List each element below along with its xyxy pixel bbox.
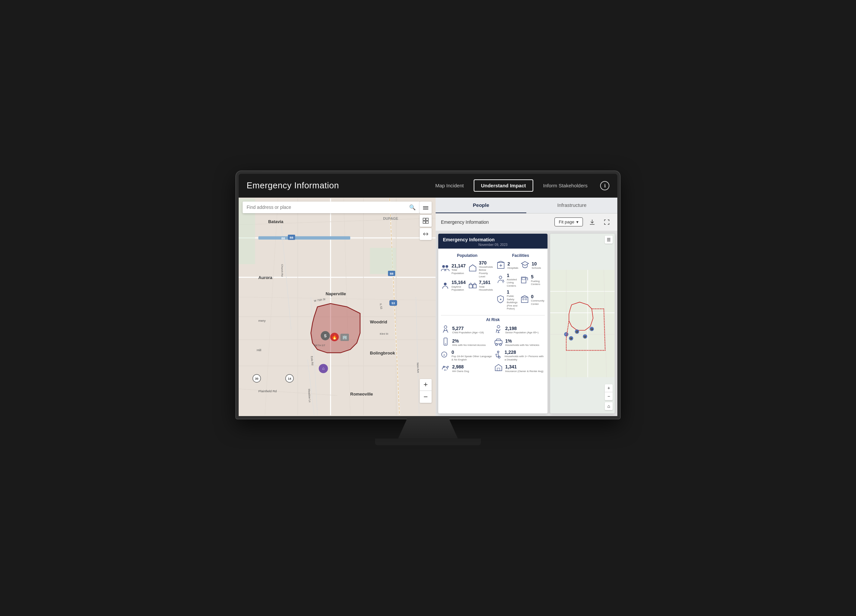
population-title: Population [441,253,494,258]
report-card-title: Emergency Information [443,237,543,242]
svg-text:🎓: 🎓 [576,330,579,333]
section-divider-1 [441,315,545,316]
svg-text:🎓: 🎓 [591,327,594,330]
svg-point-93 [497,325,500,328]
arrows-button[interactable] [420,228,432,240]
mini-zoom-in[interactable]: + [605,384,613,392]
no-vehicles-info: 1% Households with No Vehicles [505,339,539,347]
svg-text:🎓: 🎓 [584,335,587,338]
phone-icon [441,337,450,348]
tab-infrastructure[interactable]: Infrastructure [526,198,617,213]
hospital-icon [496,260,505,271]
app-title: Emergency Information [246,180,417,191]
mini-zoom-out[interactable]: − [605,392,613,400]
svg-point-78 [499,276,502,279]
svg-line-91 [444,329,445,331]
svg-text:Aurora: Aurora [258,275,273,280]
hh-dog-label: HH Owns Dog [452,370,469,373]
svg-text:DUPAGE: DUPAGE [383,217,398,220]
svg-text:30: 30 [255,377,259,380]
report-card-date: November 09, 2023 [443,243,543,246]
other-language-stat: A 0 Pop 18-64 Speak Other Language & No … [441,350,492,362]
svg-rect-3 [423,218,425,220]
senior-pop-value: 2,198 [505,326,539,331]
poverty-icon [468,264,477,274]
public-safety-stat: ★ 1 Public Safety Buildings (Fire and Po… [496,290,518,311]
map-controls [420,202,432,240]
no-internet-value: 2% [452,339,486,343]
fit-page-button[interactable]: Fit page ▾ [554,217,583,226]
mini-list-button[interactable] [605,236,613,243]
map-search-bar[interactable]: 🔍 [243,202,420,213]
nav-inform-stakeholders[interactable]: Inform Stakeholders [536,179,595,192]
svg-text:53: 53 [392,302,395,305]
daytime-icon [441,281,450,291]
fullscreen-button[interactable] [602,217,612,227]
svg-rect-5 [423,221,425,223]
svg-text:★: ★ [499,298,502,301]
households-info: 7,161 Total Households [479,280,494,292]
map-panel: 🔍 + − [239,198,436,416]
svg-text:🏢: 🏢 [342,335,347,340]
monitor-screen: Emergency Information Map Incident Under… [236,171,620,419]
other-language-info: 0 Pop 18-64 Speak Other Language & No En… [451,350,492,362]
svg-text:Romeoville: Romeoville [350,391,373,396]
assisted-living-icon [496,275,505,286]
insurance-icon [494,363,503,374]
svg-rect-99 [495,340,502,344]
monitor-wrapper: Emergency Information Map Incident Under… [236,171,620,445]
child-pop-info: 5,277 Child Population (Age <18) [452,326,484,334]
info-icon[interactable]: ℹ [600,181,610,190]
tab-people[interactable]: People [436,198,527,213]
svg-text:🔥: 🔥 [332,334,338,340]
fueling-centers-info: 5 Fueling Centers [531,274,545,286]
school-icon [520,260,530,271]
insurance-stat: 1,341 Insurance (Owner & Renter Avg) [494,363,545,374]
child-pop-label: Child Population (Age <18) [452,331,484,334]
zoom-out-button[interactable]: − [420,391,432,403]
search-input[interactable] [246,205,406,210]
tab-bar: People Infrastructure [436,198,617,214]
main-content: 🔍 + − [239,198,617,416]
assisted-living-value: 1 [507,273,518,278]
assisted-living-label: Assisted Living Centers [507,278,518,288]
daytime-pop-value: 15,164 [451,280,466,285]
insurance-info: 1,341 Insurance (Owner & Renter Avg) [505,365,543,373]
svg-text:88: 88 [390,271,394,275]
svg-text:Plainfield Rd: Plainfield Rd [258,389,277,393]
mini-home-button[interactable]: ⌂ [605,402,613,410]
svg-text:83rd St: 83rd St [380,332,388,335]
svg-text:🛡: 🛡 [565,333,568,336]
nav-map-incident[interactable]: Map Incident [428,179,471,192]
monitor-stand [398,419,458,439]
community-center-info: 0 Community Center [531,294,545,306]
svg-text:88: 88 [289,236,294,239]
map-zoom-controls: + − [420,379,432,403]
disability-stat: 1,228 Households with 1+ Persons with a … [494,350,545,362]
total-population-stat: 21,147 Total Population [441,260,466,279]
report-toolbar: Emergency Information Fit page ▾ [436,214,617,231]
car-icon [494,337,503,348]
poverty-label: Households Below Poverty Level [479,265,494,278]
report-card: Emergency Information November 09, 2023 … [438,234,548,413]
grid-button[interactable] [420,215,432,227]
svg-text:New Ave: New Ave [416,362,420,373]
daytime-pop-label: Daytime Population [451,285,466,292]
public-safety-info: 1 Public Safety Buildings (Fire and Poli… [507,290,518,311]
fueling-centers-label: Fueling Centers [531,280,545,286]
zoom-in-button[interactable]: + [420,379,432,391]
svg-text:Church Rd: Church Rd [281,264,284,277]
hospitals-value: 2 [507,262,518,266]
fuel-icon [520,275,529,286]
svg-rect-86 [523,299,524,300]
fit-page-label: Fit page [559,219,574,225]
fueling-centers-stat: 5 Fueling Centers [520,273,545,288]
svg-text:S: S [324,334,327,338]
no-vehicles-stat: 1% Households with No Vehicles [494,337,545,348]
layers-button[interactable] [420,202,432,214]
disability-value: 1,228 [505,350,545,355]
population-stats: 21,147 Total Population [441,260,494,292]
download-button[interactable] [587,217,597,227]
nav-understand-impact[interactable]: Understand Impact [474,179,533,192]
svg-rect-81 [522,278,525,280]
